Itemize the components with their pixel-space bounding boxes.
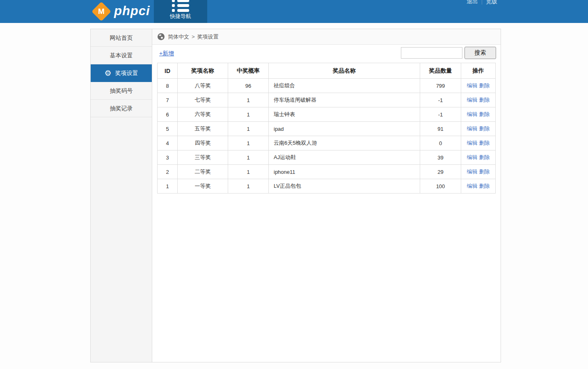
edit-link[interactable]: 编辑: [467, 125, 478, 132]
edit-link[interactable]: 编辑: [467, 97, 478, 103]
delete-link[interactable]: 删除: [479, 125, 490, 132]
edit-link[interactable]: 编辑: [467, 169, 478, 175]
sidebar-item-label: 奖项设置: [115, 64, 138, 82]
breadcrumb-lang[interactable]: 简体中文: [168, 33, 189, 41]
app-logo[interactable]: M phpci: [94, 3, 150, 18]
globe-icon: [158, 33, 165, 40]
edit-link[interactable]: 编辑: [467, 154, 478, 160]
table-row: 6 六等奖 1 瑞士钟表 -1 编辑删除: [158, 107, 496, 122]
cell-probability: 1: [228, 136, 269, 150]
cell-item-name: 瑞士钟表: [269, 107, 420, 122]
cell-item-name: iphone11: [269, 165, 420, 179]
sidebar-item-label: 抽奖记录: [110, 100, 133, 117]
breadcrumb-page: 奖项设置: [197, 33, 219, 41]
delete-link[interactable]: 删除: [479, 82, 490, 89]
cell-id: 7: [158, 93, 178, 107]
cell-id: 1: [158, 179, 178, 194]
breadcrumb-separator: >: [192, 34, 195, 40]
cell-quantity: 91: [420, 122, 461, 136]
cell-probability: 1: [228, 107, 269, 122]
edit-link[interactable]: 编辑: [467, 183, 478, 189]
sidebar-item[interactable]: ⚙ 抽奖码号: [91, 82, 152, 100]
cell-id: 6: [158, 107, 178, 122]
table-row: 1 一等奖 1 LV正品包包 100 编辑删除: [158, 179, 496, 194]
cell-probability: 1: [228, 150, 269, 165]
cell-probability: 1: [228, 165, 269, 179]
cell-actions: 编辑删除: [461, 122, 496, 136]
cell-actions: 编辑删除: [461, 93, 496, 107]
cell-actions: 编辑删除: [461, 150, 496, 165]
edit-link[interactable]: 编辑: [467, 111, 478, 117]
cell-quantity: 0: [420, 136, 461, 150]
delete-link[interactable]: 删除: [479, 97, 490, 103]
cell-actions: 编辑删除: [461, 165, 496, 179]
cell-probability: 1: [228, 179, 269, 194]
table-body: 8 八等奖 96 祛痘组合 799 编辑删除 7 七等奖 1 停车场道闸破解器 …: [158, 79, 496, 194]
cell-item-name: 祛痘组合: [269, 79, 420, 93]
menu-list-icon: [172, 0, 189, 12]
cell-quantity: -1: [420, 107, 461, 122]
sidebar-item-label: 基本设置: [110, 47, 133, 64]
top-header: M phpci 快捷导航 退出 宽版: [0, 0, 588, 23]
cell-quantity: 39: [420, 150, 461, 165]
cell-item-name: 云南6天5晚双人游: [269, 136, 420, 150]
sidebar-item-label: 网站首页: [110, 29, 133, 47]
sidebar-item[interactable]: ⚙ 抽奖记录: [91, 100, 152, 117]
cell-item-name: LV正品包包: [269, 179, 420, 194]
cell-actions: 编辑删除: [461, 79, 496, 93]
logo-badge-letter: M: [98, 7, 105, 16]
delete-link[interactable]: 删除: [479, 140, 490, 146]
edit-link[interactable]: 编辑: [467, 82, 478, 89]
logo-text: phpci: [114, 4, 150, 18]
cell-prize-name: 八等奖: [178, 79, 228, 93]
table-header-row: ID 奖项名称 中奖概率 奖品名称 奖品数量 操作: [158, 63, 496, 79]
sidebar-item[interactable]: ⚙ 奖项设置: [91, 64, 152, 82]
cell-prize-name: 五等奖: [178, 122, 228, 136]
header-prize-name: 奖项名称: [178, 63, 228, 79]
table-row: 2 二等奖 1 iphone11 29 编辑删除: [158, 165, 496, 179]
table-row: 7 七等奖 1 停车场道闸破解器 -1 编辑删除: [158, 93, 496, 107]
cell-prize-name: 三等奖: [178, 150, 228, 165]
cell-prize-name: 六等奖: [178, 107, 228, 122]
cell-id: 3: [158, 150, 178, 165]
cell-quantity: -1: [420, 93, 461, 107]
table-row: 5 五等奖 1 ipad 91 编辑删除: [158, 122, 496, 136]
cell-id: 4: [158, 136, 178, 150]
logo-diamond-icon: M: [92, 2, 111, 21]
cell-id: 5: [158, 122, 178, 136]
search-button[interactable]: 搜索: [464, 47, 496, 59]
search-input[interactable]: [401, 47, 462, 59]
header-quantity: 奖品数量: [420, 63, 461, 79]
header-links: 退出 宽版: [463, 0, 501, 5]
quick-nav-tab[interactable]: 快捷导航: [154, 0, 207, 23]
delete-link[interactable]: 删除: [479, 111, 490, 117]
delete-link[interactable]: 删除: [479, 154, 490, 160]
sidebar: ⚙ 网站首页 ⚙ 基本设置 ⚙ 奖项设置 ⚙ 抽奖码号 ⚙ 抽奖记录: [91, 29, 152, 362]
sidebar-item[interactable]: ⚙ 基本设置: [91, 47, 152, 64]
delete-link[interactable]: 删除: [479, 169, 490, 175]
header-item-name: 奖品名称: [269, 63, 420, 79]
cell-prize-name: 二等奖: [178, 165, 228, 179]
table-row: 8 八等奖 96 祛痘组合 799 编辑删除: [158, 79, 496, 93]
cell-prize-name: 七等奖: [178, 93, 228, 107]
sidebar-item[interactable]: ⚙ 网站首页: [91, 29, 152, 47]
cell-prize-name: 一等奖: [178, 179, 228, 194]
cell-actions: 编辑删除: [461, 136, 496, 150]
cell-actions: 编辑删除: [461, 179, 496, 194]
main-panel: 简体中文 > 奖项设置 +新增 搜索 ID 奖项名称 中奖概率 奖品名称 奖品数…: [152, 29, 501, 362]
logout-link[interactable]: 退出: [463, 0, 482, 5]
edit-link[interactable]: 编辑: [467, 140, 478, 146]
add-new-link[interactable]: +新增: [159, 50, 174, 57]
cell-probability: 1: [228, 93, 269, 107]
cell-item-name: 停车场道闸破解器: [269, 93, 420, 107]
wide-mode-link[interactable]: 宽版: [482, 0, 501, 5]
sidebar-item-label: 抽奖码号: [110, 82, 133, 100]
toolbar: +新增 搜索: [152, 45, 501, 63]
content-wrapper: ⚙ 网站首页 ⚙ 基本设置 ⚙ 奖项设置 ⚙ 抽奖码号 ⚙ 抽奖记录: [90, 29, 501, 362]
cell-probability: 1: [228, 122, 269, 136]
table-row: 4 四等奖 1 云南6天5晚双人游 0 编辑删除: [158, 136, 496, 150]
cell-item-name: ipad: [269, 122, 420, 136]
delete-link[interactable]: 删除: [479, 183, 490, 189]
gear-icon: ⚙: [104, 69, 111, 77]
table-row: 3 三等奖 1 AJ运动鞋 39 编辑删除: [158, 150, 496, 165]
